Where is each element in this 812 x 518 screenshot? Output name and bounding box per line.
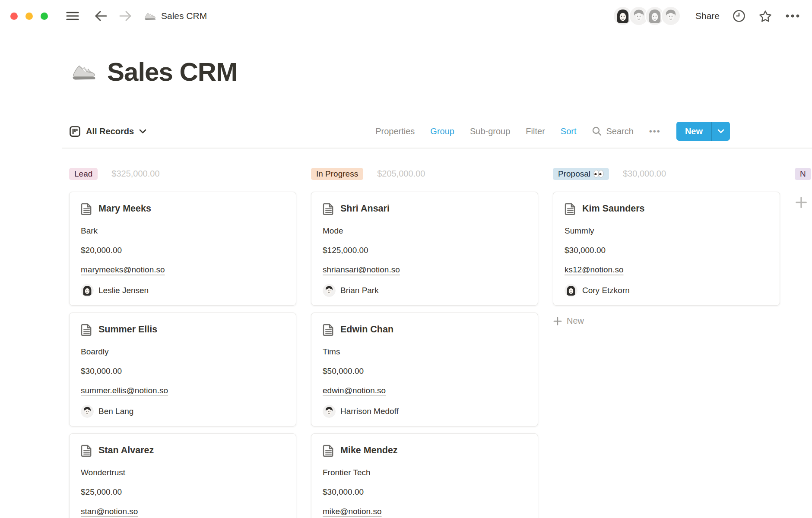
eyes-emoji	[593, 170, 604, 178]
card-owner: Ben Lang	[81, 404, 285, 418]
card-email[interactable]: stan@notion.so	[81, 506, 285, 517]
record-card-summer-ellis[interactable]: Summer EllisBoardly$30,000.00summer.elli…	[69, 313, 296, 426]
toolbar-item-sub-group[interactable]: Sub-group	[470, 126, 510, 136]
board-column-lead: Lead$325,000.00 Mary MeeksBark$20,000.00…	[69, 167, 296, 518]
card-title: Mike Mendez	[340, 445, 398, 456]
record-card-edwin-chan[interactable]: Edwin ChanTims$50,000.00edwin@notion.so …	[311, 313, 538, 426]
toolbar-item-sort[interactable]: Sort	[561, 126, 577, 136]
user-avatar-4[interactable]	[661, 6, 681, 26]
status-badge[interactable]: Lead	[69, 168, 98, 180]
card-amount: $30,000.00	[323, 486, 527, 498]
owner-name: Leslie Jensen	[98, 286, 149, 295]
add-card-plus-icon[interactable]	[795, 196, 808, 210]
close-window-button[interactable]	[10, 13, 18, 20]
page-document-icon	[323, 444, 334, 457]
record-card-mary-meeks[interactable]: Mary MeeksBark$20,000.00marymeeks@notion…	[69, 192, 296, 306]
owner-name: Harrison Medoff	[340, 407, 399, 416]
page-document-icon	[81, 444, 92, 457]
toolbar-item-filter[interactable]: Filter	[526, 126, 545, 136]
card-amount: $30,000.00	[81, 366, 285, 377]
kanban-board: Lead$325,000.00 Mary MeeksBark$20,000.00…	[69, 167, 812, 518]
card-company: Mode	[323, 225, 527, 237]
card-company: Bark	[81, 225, 285, 237]
board-column-proposal: Proposal $30,000.00 Kim SaundersSummly$3…	[553, 167, 780, 326]
card-company: Tims	[323, 346, 527, 357]
card-company: Summly	[565, 225, 768, 237]
board-view-icon	[69, 126, 81, 137]
page-title: Sales CRM	[107, 57, 237, 87]
sidebar-menu-icon[interactable]	[66, 11, 79, 21]
back-arrow-icon[interactable]	[95, 10, 108, 22]
collaborator-avatars[interactable]	[613, 6, 681, 26]
board-column-in-progress: In Progress$205,000.00 Shri AnsariMode$1…	[311, 167, 538, 518]
card-email[interactable]: shriansari@notion.so	[323, 264, 527, 275]
status-badge[interactable]: N	[795, 168, 811, 180]
record-card-shri-ansari[interactable]: Shri AnsariMode$125,000.00shriansari@not…	[311, 192, 538, 306]
page-document-icon	[81, 202, 92, 215]
record-card-mike-mendez[interactable]: Mike MendezFrontier Tech$30,000.00mike@n…	[311, 433, 538, 518]
column-header: N	[795, 167, 812, 180]
card-title: Edwin Chan	[340, 324, 393, 335]
search-button[interactable]: Search	[592, 126, 633, 136]
card-email[interactable]: mike@notion.so	[323, 506, 527, 517]
page-document-icon	[565, 202, 576, 215]
card-owner: Leslie Jensen	[81, 284, 285, 297]
card-owner: Harrison Medoff	[323, 404, 527, 418]
add-card-new-button[interactable]: New	[553, 316, 584, 326]
updates-clock-icon[interactable]	[733, 9, 745, 22]
search-label: Search	[606, 126, 633, 136]
new-record-button[interactable]: New	[676, 122, 730, 141]
status-badge-label: Lead	[74, 169, 92, 179]
card-amount: $25,000.00	[81, 486, 285, 498]
board-column-n: N	[795, 167, 812, 210]
breadcrumb[interactable]: Sales CRM	[143, 9, 207, 22]
new-button-label: New	[676, 122, 711, 141]
forward-arrow-icon[interactable]	[119, 10, 132, 22]
woman-avatar-icon	[565, 284, 577, 297]
woman-avatar-icon	[81, 284, 94, 297]
card-company: Wondertrust	[81, 467, 285, 478]
card-email[interactable]: edwin@notion.so	[323, 385, 527, 396]
card-email[interactable]: summer.ellis@notion.so	[81, 385, 285, 396]
view-options-icon[interactable]: •••	[649, 126, 661, 136]
column-header: In Progress$205,000.00	[311, 167, 538, 180]
status-badge[interactable]: In Progress	[311, 168, 363, 180]
card-title: Summer Ellis	[98, 324, 157, 335]
page-document-icon	[323, 323, 334, 336]
card-title: Mary Meeks	[98, 203, 151, 214]
card-amount: $125,000.00	[323, 245, 527, 256]
toolbar-item-properties[interactable]: Properties	[375, 126, 415, 136]
card-email[interactable]: marymeeks@notion.so	[81, 264, 285, 275]
status-badge[interactable]: Proposal	[553, 168, 609, 180]
toolbar-item-group[interactable]: Group	[430, 126, 454, 136]
card-owner: Brian Park	[323, 284, 527, 297]
card-amount: $30,000.00	[565, 245, 768, 256]
card-title: Kim Saunders	[582, 203, 645, 214]
record-card-stan-alvarez[interactable]: Stan AlvarezWondertrust$25,000.00stan@no…	[69, 433, 296, 518]
column-sum: $205,000.00	[377, 169, 425, 179]
record-card-kim-saunders[interactable]: Kim SaundersSummly$30,000.00ks12@notion.…	[553, 192, 780, 306]
running-shoe-icon	[143, 9, 156, 22]
share-button[interactable]: Share	[695, 11, 720, 21]
page-document-icon	[323, 202, 334, 215]
card-amount: $50,000.00	[323, 366, 527, 377]
breadcrumb-title: Sales CRM	[161, 11, 207, 21]
running-shoe-page-icon[interactable]	[69, 58, 96, 85]
traffic-lights	[10, 13, 48, 20]
favorite-star-icon[interactable]	[758, 9, 772, 23]
page-document-icon	[81, 323, 92, 336]
new-button-chevron-icon[interactable]	[711, 122, 730, 141]
card-company: Frontier Tech	[323, 467, 527, 478]
more-options-icon[interactable]	[785, 14, 800, 18]
view-toolbar: All Records PropertiesGroupSub-groupFilt…	[69, 122, 730, 141]
zoom-window-button[interactable]	[41, 13, 48, 20]
card-owner: Cory Etzkorn	[565, 284, 768, 297]
app-window: Sales CRM Share	[0, 0, 812, 518]
status-badge-label: In Progress	[316, 169, 358, 179]
column-sum: $325,000.00	[111, 169, 159, 179]
column-header: Lead$325,000.00	[69, 167, 296, 180]
toolbar-divider	[62, 148, 812, 148]
view-switcher[interactable]: All Records	[69, 126, 146, 137]
card-email[interactable]: ks12@notion.so	[565, 264, 768, 275]
minimize-window-button[interactable]	[25, 13, 33, 20]
